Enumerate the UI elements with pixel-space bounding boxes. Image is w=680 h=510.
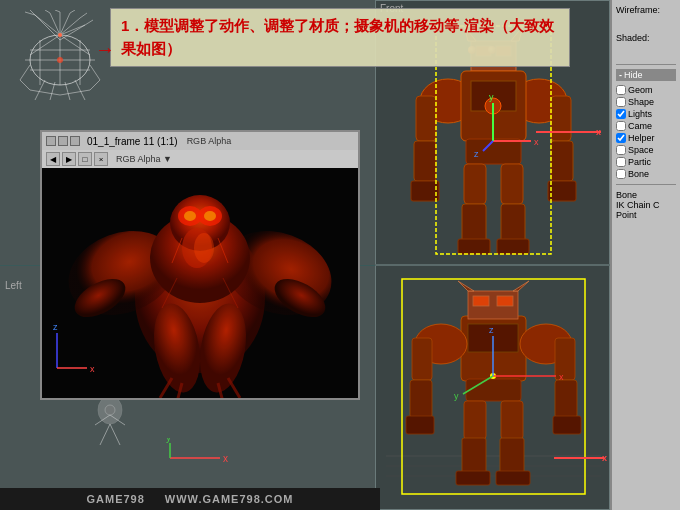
svg-rect-86 (500, 438, 524, 476)
render-channel-label: RGB Alpha (187, 136, 232, 146)
viewport-left-label: Left (5, 280, 22, 291)
svg-marker-71 (513, 281, 529, 291)
shape-checkbox[interactable] (616, 97, 626, 107)
svg-line-13 (85, 20, 93, 25)
svg-rect-73 (497, 296, 513, 306)
svg-point-112 (194, 233, 214, 263)
watermark-right: WWW.GAME798.COM (165, 493, 294, 505)
toolbar-btn-play[interactable]: ▶ (62, 152, 76, 166)
x-axis-ext-label: x (602, 453, 607, 463)
svg-rect-79 (555, 380, 577, 418)
toolbar-btn-prev[interactable]: ◀ (46, 152, 60, 166)
win-minimize-btn[interactable] (46, 136, 56, 146)
bone-chain-point: Bone IK Chain C Point (616, 189, 676, 221)
svg-line-1 (35, 15, 60, 35)
toolbar-btn-stop[interactable]: □ (78, 152, 92, 166)
svg-rect-85 (462, 438, 486, 476)
svg-rect-84 (501, 401, 523, 439)
partic-checkbox[interactable] (616, 157, 626, 167)
render-title: 01_1_frame 11 (1:1) (87, 136, 178, 147)
space-checkbox[interactable] (616, 145, 626, 155)
toolbar-btn-close[interactable]: × (94, 152, 108, 166)
checkbox-bone: Bone (616, 168, 676, 180)
svg-rect-47 (551, 141, 573, 181)
svg-marker-70 (458, 281, 474, 291)
svg-rect-55 (458, 239, 490, 254)
checkbox-came: Came (616, 120, 676, 132)
svg-line-28 (35, 15, 60, 40)
svg-rect-48 (411, 181, 439, 201)
shaded-preview (616, 44, 676, 60)
svg-rect-80 (406, 416, 434, 434)
wireframe-label: Wireframe: (616, 4, 676, 16)
svg-line-9 (45, 10, 50, 13)
divider-2 (616, 184, 676, 185)
viewport-separator (375, 264, 610, 266)
svg-text:x: x (559, 372, 564, 382)
svg-line-20 (50, 82, 55, 100)
divider-1 (616, 64, 676, 65)
svg-line-126 (100, 424, 110, 445)
bottom-axes: x y (160, 438, 240, 480)
x-axis-line (536, 131, 601, 133)
win-close-btn[interactable] (70, 136, 80, 146)
svg-rect-78 (410, 380, 432, 418)
svg-rect-44 (416, 96, 436, 141)
window-controls (46, 136, 80, 146)
svg-text:z: z (53, 322, 58, 332)
svg-line-12 (80, 13, 87, 18)
x-axis-label: x (596, 127, 601, 137)
svg-line-11 (70, 10, 75, 13)
svg-rect-83 (464, 401, 486, 439)
svg-point-30 (58, 33, 62, 37)
svg-rect-82 (466, 379, 521, 401)
svg-point-105 (184, 211, 196, 221)
svg-line-17 (90, 65, 100, 80)
svg-rect-72 (473, 296, 489, 306)
annotation-box: 1．模型调整了动作、调整了材质；摄象机的移动等.渲染（大致效果如图） (110, 8, 570, 67)
svg-point-106 (204, 211, 216, 221)
svg-rect-54 (501, 204, 525, 244)
svg-text:y: y (454, 391, 459, 401)
render-toolbar: ◀ ▶ □ × RGB Alpha ▼ (42, 150, 358, 168)
svg-rect-53 (462, 204, 486, 244)
channel-select: RGB Alpha ▼ (116, 154, 172, 164)
render-titlebar: 01_1_frame 11 (1:1) RGB Alpha (42, 132, 358, 150)
svg-line-10 (55, 10, 60, 12)
svg-point-130 (105, 405, 115, 415)
win-maximize-btn[interactable] (58, 136, 68, 146)
svg-rect-46 (414, 141, 436, 181)
watermark-left: GAME798 (86, 493, 144, 505)
came-checkbox[interactable] (616, 121, 626, 131)
x-axis-ext (554, 457, 604, 459)
lights-checkbox[interactable] (616, 109, 626, 119)
svg-text:z: z (489, 325, 494, 335)
svg-text:y: y (489, 92, 494, 102)
checkbox-shape: Shape (616, 96, 676, 108)
svg-line-16 (20, 65, 30, 80)
annotation-text: 1．模型调整了动作、调整了材质；摄象机的移动等.渲染（大致效果如图） (121, 15, 559, 60)
svg-rect-77 (555, 338, 575, 380)
geom-checkbox[interactable] (616, 85, 626, 95)
svg-text:x: x (223, 453, 228, 464)
svg-rect-49 (548, 181, 576, 201)
viewport-bottom-right[interactable]: x z y x (375, 265, 610, 510)
right-panel: Wireframe: Shaded: - Hide Geom Shape Lig… (610, 0, 680, 510)
svg-point-31 (57, 57, 63, 63)
helper-checkbox[interactable] (616, 133, 626, 143)
render-window[interactable]: 01_1_frame 11 (1:1) RGB Alpha ◀ ▶ □ × RG… (40, 130, 360, 400)
svg-rect-88 (496, 471, 530, 485)
bone-checkbox[interactable] (616, 169, 626, 179)
svg-rect-45 (551, 96, 571, 141)
render-content: z x (42, 168, 358, 398)
hide-section-header: - Hide (616, 69, 676, 81)
svg-text:y: y (166, 438, 171, 443)
checkbox-space: Space (616, 144, 676, 156)
robot-perspective-view: x z y (386, 276, 601, 501)
svg-rect-52 (501, 164, 523, 204)
svg-text:x: x (534, 137, 539, 147)
wireframe-preview (616, 16, 676, 32)
svg-rect-76 (412, 338, 432, 380)
checkbox-lights: Lights (616, 108, 676, 120)
annotation-arrow: → (95, 38, 115, 61)
